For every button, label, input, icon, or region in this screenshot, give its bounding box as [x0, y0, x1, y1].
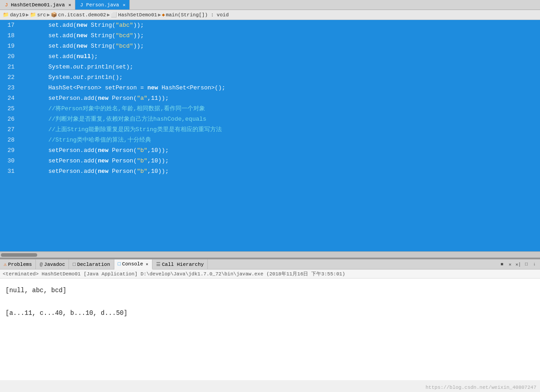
code-line-27: 27 //上面String能删除重复是因为String类里是有相应的重写方法	[0, 124, 540, 135]
java-file-icon-person: J	[79, 2, 84, 8]
console-output-line1: [null, abc, bcd]	[5, 285, 535, 296]
code-line-31: 31 setPerson.add(new Person("b",10));	[0, 166, 540, 176]
code-line-22: 22 System.out.println();	[0, 72, 540, 83]
tab-javadoc-label: Javadoc	[44, 262, 65, 267]
tab-hashsetdemo01-close[interactable]: ✕	[69, 2, 71, 8]
tab-console-close[interactable]: ✕	[146, 262, 148, 267]
console-output-area: [null, abc, bcd] [a...11, c...40, b...10…	[0, 279, 540, 380]
console-output-line2	[5, 296, 535, 308]
main-layout: J HashSetDemo01.java ✕ J Person.java ✕ 📁…	[0, 0, 540, 392]
stop-button[interactable]: ■	[498, 261, 506, 268]
code-line-20: 20 set.add(null);	[0, 51, 540, 62]
code-line-25: 25 //将Person对象中的姓名,年龄,相同数据,看作同一个对象	[0, 103, 540, 114]
code-line-30: 30 setPerson.add(new Person("b",10));	[0, 156, 540, 166]
console-output-line3: [a...11, c...40, b...10, d...50]	[5, 308, 535, 319]
code-line-24: 24 setPerson.add(new Person("a",11));	[0, 93, 540, 103]
bottom-tab-bar: ⚠ Problems @ Javadoc □ Declaration □ Con…	[0, 259, 540, 270]
console-action-buttons: ■ ✕ ✕| □ ↓	[498, 260, 540, 269]
tab-hashsetdemo01-label: HashSetDemo01.java	[11, 2, 65, 8]
tab-console-label: Console	[122, 261, 143, 267]
code-editor[interactable]: 17 set.add(new String("abc")); 18 set.ad…	[0, 20, 540, 251]
breadcrumb-day19-icon: 📁	[3, 12, 9, 18]
breadcrumb-class[interactable]: HashSetDemo01	[118, 12, 157, 18]
breadcrumb-method[interactable]: main(String[]) : void	[166, 12, 229, 18]
maximize-button[interactable]: □	[523, 261, 530, 268]
code-line-18: 18 set.add(new String("bcd"));	[0, 30, 540, 41]
horizontal-scrollbar[interactable]	[0, 251, 540, 258]
breadcrumb-method-icon: ◆	[162, 12, 165, 18]
code-line-19: 19 set.add(new String("bcd"));	[0, 41, 540, 51]
tab-problems[interactable]: ⚠ Problems	[0, 260, 36, 269]
editor-tab-bar: J HashSetDemo01.java ✕ J Person.java ✕	[0, 0, 540, 10]
code-line-29: 29 setPerson.add(new Person("b",10));	[0, 145, 540, 156]
console-header: <terminated> HashSetDemo01 [Java Applica…	[0, 270, 540, 279]
tab-declaration[interactable]: □ Declaration	[69, 260, 114, 269]
breadcrumb-src[interactable]: src	[37, 12, 46, 18]
bottom-panel: ⚠ Problems @ Javadoc □ Declaration □ Con…	[0, 258, 540, 380]
close-console-button[interactable]: ✕	[506, 261, 514, 268]
pin-button[interactable]: ↓	[531, 261, 538, 268]
tab-problems-label: Problems	[8, 262, 32, 267]
breadcrumb-src-icon: 📁	[30, 12, 36, 18]
breadcrumb-package[interactable]: cn.itcast.demo02	[58, 12, 106, 18]
call-hierarchy-icon: ☰	[156, 261, 161, 267]
tab-console[interactable]: □ Console ✕	[114, 260, 152, 270]
tab-declaration-label: Declaration	[77, 262, 110, 267]
scrollbar-thumb[interactable]	[1, 253, 37, 257]
declaration-icon: □	[73, 262, 76, 267]
console-header-text: <terminated> HashSetDemo01 [Java Applica…	[3, 271, 345, 277]
tab-javadoc[interactable]: @ Javadoc	[36, 260, 69, 269]
breadcrumb-package-icon: 📦	[51, 12, 57, 18]
console-icon: □	[118, 261, 121, 267]
watermark: https://blog.csdn.net/weixin_40807247	[426, 385, 536, 390]
breadcrumb-class-icon: ⬜	[111, 12, 117, 18]
javadoc-icon: @	[39, 262, 43, 267]
clear-button[interactable]: ✕|	[515, 261, 522, 268]
breadcrumb-day19[interactable]: day19	[10, 12, 25, 18]
code-line-28: 28 //String类中哈希值的算法,十分经典	[0, 135, 540, 145]
breadcrumb: 📁 day19 ▶ 📁 src ▶ 📦 cn.itcast.demo02 ▶ ⬜…	[0, 10, 540, 20]
problems-icon: ⚠	[4, 261, 7, 267]
java-file-icon: J	[4, 2, 9, 8]
tab-call-hierarchy-label: Call Hierarchy	[162, 262, 204, 267]
tab-person-close[interactable]: ✕	[123, 2, 125, 8]
console-output: [null, abc, bcd] [a...11, c...40, b...10…	[4, 281, 536, 323]
code-line-26: 26 //判断对象是否重复,依赖对象自己方法hashCode,equals	[0, 114, 540, 124]
code-line-17: 17 set.add(new String("abc"));	[0, 20, 540, 30]
code-line-23: 23 HashSet<Person> setPerson = new HashS…	[0, 83, 540, 93]
tab-person[interactable]: J Person.java ✕	[75, 0, 130, 10]
tab-person-label: Person.java	[86, 2, 119, 8]
tab-call-hierarchy[interactable]: ☰ Call Hierarchy	[152, 260, 208, 269]
code-line-21: 21 System.out.println(set);	[0, 62, 540, 72]
tab-hashsetdemo01[interactable]: J HashSetDemo01.java ✕	[0, 0, 75, 10]
